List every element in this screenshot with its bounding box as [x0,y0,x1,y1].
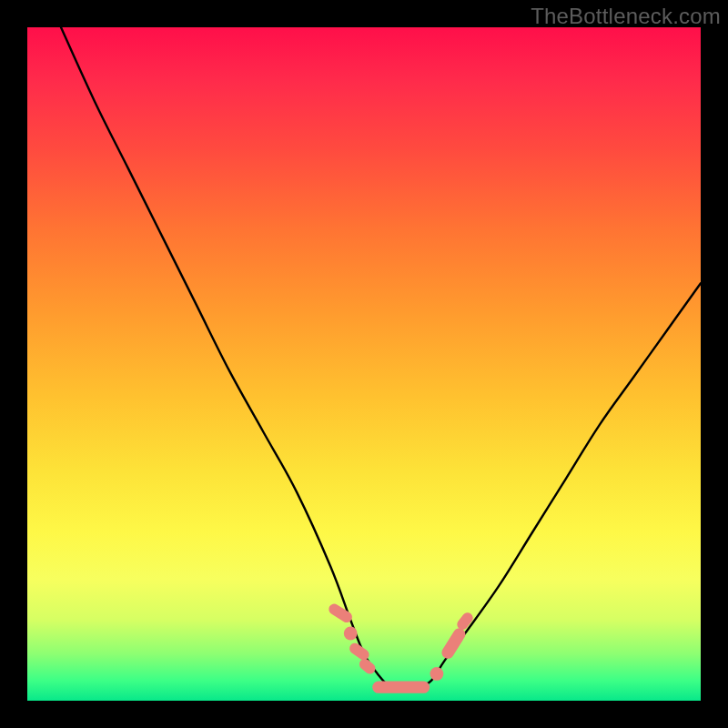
curve-markers [327,602,475,693]
marker-pill [372,682,430,693]
frame: TheBottleneck.com [0,0,728,728]
marker-pill [440,626,468,661]
marker-pill [327,602,354,624]
bottleneck-curve [61,27,701,688]
chart-svg [27,27,701,701]
plot-area [27,27,701,701]
marker-pill [358,657,378,676]
watermark-text: TheBottleneck.com [531,4,721,29]
marker-dot [430,667,444,681]
marker-dot [344,627,358,641]
